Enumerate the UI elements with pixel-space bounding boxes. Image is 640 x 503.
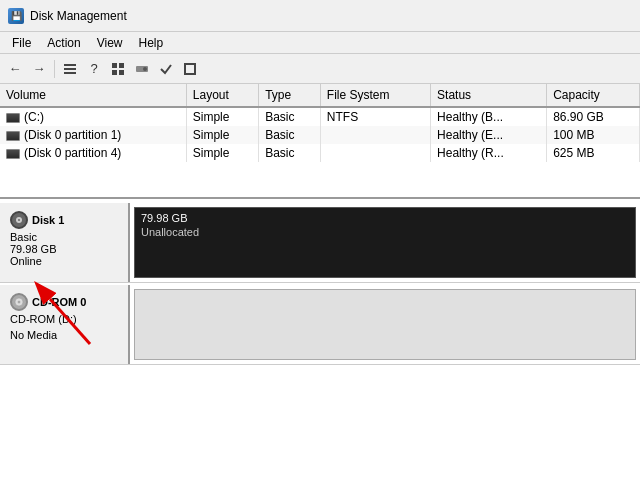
svg-rect-0 bbox=[64, 64, 76, 66]
col-status: Status bbox=[431, 84, 547, 107]
cdrom0-type: CD-ROM (D:) bbox=[10, 313, 118, 325]
type-cell: Basic bbox=[259, 144, 321, 162]
type-cell: Basic bbox=[259, 126, 321, 144]
toolbar-square[interactable] bbox=[179, 58, 201, 80]
svg-point-8 bbox=[143, 67, 147, 71]
volume-cell: (Disk 0 partition 4) bbox=[0, 144, 186, 162]
filesystem-cell: NTFS bbox=[320, 107, 430, 126]
toolbar-grid-view[interactable] bbox=[107, 58, 129, 80]
cdrom0-empty bbox=[134, 289, 636, 360]
disk1-unallocated-label: Unallocated bbox=[141, 226, 629, 238]
col-volume: Volume bbox=[0, 84, 186, 107]
title-bar: 💾 Disk Management bbox=[0, 0, 640, 32]
filesystem-cell bbox=[320, 144, 430, 162]
volume-cell: (C:) bbox=[0, 107, 186, 126]
window-title: Disk Management bbox=[30, 9, 127, 23]
status-cell: Healthy (E... bbox=[431, 126, 547, 144]
volume-table-area: Volume Layout Type File System Status Ca… bbox=[0, 84, 640, 199]
cdrom0-status: No Media bbox=[10, 329, 118, 341]
app-icon: 💾 bbox=[8, 8, 24, 24]
volume-table: Volume Layout Type File System Status Ca… bbox=[0, 84, 640, 162]
menu-file[interactable]: File bbox=[4, 34, 39, 52]
volume-icon bbox=[6, 149, 20, 159]
cdrom0-icon bbox=[10, 293, 28, 311]
volume-cell: (Disk 0 partition 1) bbox=[0, 126, 186, 144]
menu-bar: File Action View Help bbox=[0, 32, 640, 54]
disk1-name: Disk 1 bbox=[32, 214, 64, 226]
disk1-unallocated[interactable]: 79.98 GB Unallocated bbox=[134, 207, 636, 278]
col-capacity: Capacity bbox=[547, 84, 640, 107]
toolbar-disk-view[interactable] bbox=[131, 58, 153, 80]
disk1-type: Basic bbox=[10, 231, 118, 243]
cdrom0-partitions bbox=[130, 285, 640, 364]
disk1-unallocated-size: 79.98 GB bbox=[141, 212, 629, 224]
toolbar-forward[interactable]: → bbox=[28, 58, 50, 80]
disk1-icon bbox=[10, 211, 28, 229]
layout-cell: Simple bbox=[186, 126, 258, 144]
table-header-row: Volume Layout Type File System Status Ca… bbox=[0, 84, 640, 107]
svg-rect-2 bbox=[64, 72, 76, 74]
capacity-cell: 86.90 GB bbox=[547, 107, 640, 126]
disk1-title: Disk 1 bbox=[10, 211, 118, 229]
type-cell: Basic bbox=[259, 107, 321, 126]
col-filesystem: File System bbox=[320, 84, 430, 107]
toolbar-check[interactable] bbox=[155, 58, 177, 80]
disk1-partitions: 79.98 GB Unallocated bbox=[130, 203, 640, 282]
svg-rect-5 bbox=[112, 70, 117, 75]
svg-rect-6 bbox=[119, 70, 124, 75]
status-cell: Healthy (R... bbox=[431, 144, 547, 162]
svg-rect-9 bbox=[185, 64, 195, 74]
svg-rect-4 bbox=[119, 63, 124, 68]
disk1-size: 79.98 GB bbox=[10, 243, 118, 255]
cdrom0-title: CD-ROM 0 bbox=[10, 293, 118, 311]
col-layout: Layout bbox=[186, 84, 258, 107]
main-content: Volume Layout Type File System Status Ca… bbox=[0, 84, 640, 503]
table-row[interactable]: (Disk 0 partition 4)SimpleBasicHealthy (… bbox=[0, 144, 640, 162]
disk1-row: Disk 1 Basic 79.98 GB Online 79.98 GB Un… bbox=[0, 203, 640, 283]
toolbar-back[interactable]: ← bbox=[4, 58, 26, 80]
menu-action[interactable]: Action bbox=[39, 34, 88, 52]
disk1-status: Online bbox=[10, 255, 118, 267]
toolbar-help[interactable]: ? bbox=[83, 58, 105, 80]
menu-view[interactable]: View bbox=[89, 34, 131, 52]
layout-cell: Simple bbox=[186, 144, 258, 162]
cdrom0-name: CD-ROM 0 bbox=[32, 296, 86, 308]
menu-help[interactable]: Help bbox=[131, 34, 172, 52]
layout-cell: Simple bbox=[186, 107, 258, 126]
volume-icon bbox=[6, 131, 20, 141]
status-cell: Healthy (B... bbox=[431, 107, 547, 126]
cdrom0-row: CD-ROM 0 CD-ROM (D:) No Media bbox=[0, 285, 640, 365]
svg-point-11 bbox=[18, 219, 20, 221]
toolbar: ← → ? bbox=[0, 54, 640, 84]
col-type: Type bbox=[259, 84, 321, 107]
table-row[interactable]: (C:)SimpleBasicNTFSHealthy (B...86.90 GB bbox=[0, 107, 640, 126]
disk-area-wrapper: Disk 1 Basic 79.98 GB Online 79.98 GB Un… bbox=[0, 199, 640, 503]
cdrom0-label: CD-ROM 0 CD-ROM (D:) No Media bbox=[0, 285, 130, 364]
disk1-label: Disk 1 Basic 79.98 GB Online bbox=[0, 203, 130, 282]
svg-point-14 bbox=[18, 301, 19, 302]
filesystem-cell bbox=[320, 126, 430, 144]
toolbar-list-view[interactable] bbox=[59, 58, 81, 80]
capacity-cell: 625 MB bbox=[547, 144, 640, 162]
capacity-cell: 100 MB bbox=[547, 126, 640, 144]
table-row[interactable]: (Disk 0 partition 1)SimpleBasicHealthy (… bbox=[0, 126, 640, 144]
svg-rect-1 bbox=[64, 68, 76, 70]
volume-icon bbox=[6, 113, 20, 123]
toolbar-sep1 bbox=[54, 60, 55, 78]
disk-area: Disk 1 Basic 79.98 GB Online 79.98 GB Un… bbox=[0, 199, 640, 371]
svg-rect-3 bbox=[112, 63, 117, 68]
